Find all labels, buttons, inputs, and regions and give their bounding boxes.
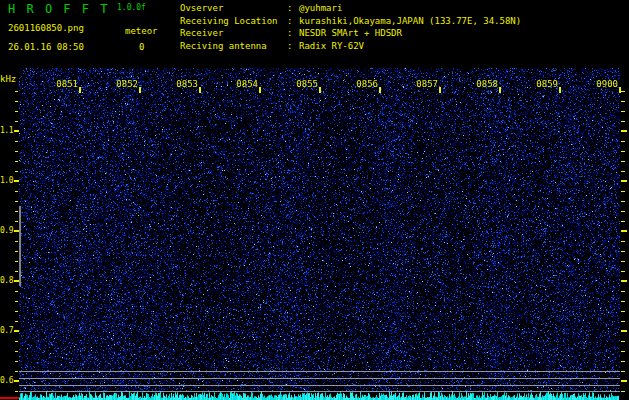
y-axis-minor-tick <box>15 391 19 393</box>
y-axis-unit-label: kHz <box>0 75 16 84</box>
y-axis-minor-tick-r <box>621 271 625 273</box>
y-axis-minor-tick <box>15 191 19 193</box>
y-axis-minor-tick-r <box>621 391 625 393</box>
y-axis-minor-tick-r <box>621 91 625 93</box>
y-axis-minor-tick-r <box>621 101 625 103</box>
y-axis-minor-tick-r <box>621 121 625 123</box>
meteor-count-value: 0 <box>139 43 144 52</box>
x-axis-label: 0851 <box>54 80 78 89</box>
y-axis-minor-tick <box>15 141 19 143</box>
x-axis-label: 0859 <box>534 80 558 89</box>
y-axis-label: 0.7 <box>0 327 12 335</box>
info-value: @yuhmari <box>299 4 342 13</box>
x-axis-label: 0858 <box>474 80 498 89</box>
reference-line <box>19 385 620 386</box>
y-axis-label: 0.8 <box>0 277 12 285</box>
y-axis-minor-tick-r <box>621 191 625 193</box>
meteor-count-label: meteor <box>125 27 158 36</box>
y-axis-label: 0.6 <box>0 377 12 385</box>
x-axis-tick <box>139 87 141 93</box>
reference-line <box>19 391 620 392</box>
y-axis-minor-tick-r <box>621 201 625 203</box>
y-axis-minor-tick <box>15 101 19 103</box>
y-axis-major-tick-r <box>621 330 627 332</box>
spectrogram-canvas <box>19 68 620 400</box>
y-axis-major-tick <box>14 230 19 232</box>
x-axis-tick <box>499 87 501 93</box>
calibration-red-marker <box>0 397 19 400</box>
hrofft-window: H R O F F T 1.0.0f 2601160850.png 26.01.… <box>0 0 629 400</box>
y-axis-minor-tick-r <box>621 341 625 343</box>
y-axis-minor-tick-r <box>621 351 625 353</box>
x-axis-tick <box>259 87 261 93</box>
y-axis-minor-tick-r <box>621 161 625 163</box>
reference-line <box>19 371 620 372</box>
x-axis-label: 0854 <box>234 80 258 89</box>
x-axis-tick <box>199 87 201 93</box>
y-axis-minor-tick-r <box>621 111 625 113</box>
y-axis-minor-tick <box>15 171 19 173</box>
info-value: NESDR SMArt + HDSDR <box>299 29 402 38</box>
y-axis-minor-tick-r <box>621 171 625 173</box>
y-axis-minor-tick-r <box>621 241 625 243</box>
y-axis-minor-tick <box>15 341 19 343</box>
info-label: Reciving antenna <box>180 42 287 51</box>
info-colon: : <box>287 17 299 26</box>
y-axis-major-tick <box>14 280 19 282</box>
y-axis-major-tick-r <box>621 280 627 282</box>
y-axis-major-tick-r <box>621 230 627 232</box>
info-label: Ovserver <box>180 4 287 13</box>
y-axis-minor-tick-r <box>621 311 625 313</box>
info-row-location: Receiving Location : kurashiki,Okayama,J… <box>180 17 521 26</box>
info-label: Receiver <box>180 29 287 38</box>
y-axis-minor-tick <box>15 361 19 363</box>
y-axis-minor-tick-r <box>621 291 625 293</box>
y-axis-label: 0.9 <box>0 227 12 235</box>
info-row-receiver: Receiver : NESDR SMArt + HDSDR <box>180 29 402 38</box>
info-row-observer: Ovserver : @yuhmari <box>180 4 342 13</box>
y-axis-minor-tick-r <box>621 211 625 213</box>
output-filename: 2601160850.png <box>8 24 84 33</box>
info-colon: : <box>287 29 299 38</box>
y-axis-major-tick-r <box>621 180 627 182</box>
x-axis-tick <box>439 87 441 93</box>
y-axis-minor-tick-r <box>621 261 625 263</box>
y-axis-major-tick-r <box>621 380 627 382</box>
info-colon: : <box>287 4 299 13</box>
info-colon: : <box>287 42 299 51</box>
y-axis-minor-tick <box>15 121 19 123</box>
y-axis-minor-tick <box>15 311 19 313</box>
y-axis-minor-tick <box>15 261 19 263</box>
y-axis-minor-tick <box>15 151 19 153</box>
x-axis-label: 0852 <box>114 80 138 89</box>
info-row-antenna: Reciving antenna : Radix RY-62V <box>180 42 364 51</box>
info-label: Receiving Location <box>180 17 287 26</box>
y-axis-minor-tick <box>15 241 19 243</box>
y-axis-minor-tick <box>15 91 19 93</box>
app-version: 1.0.0f <box>117 4 146 12</box>
x-axis-tick <box>79 87 81 93</box>
y-axis-minor-tick <box>15 301 19 303</box>
y-axis-minor-tick <box>15 211 19 213</box>
y-axis-minor-tick-r <box>621 221 625 223</box>
x-axis-label: 0900 <box>594 80 618 89</box>
y-axis-minor-tick-r <box>621 361 625 363</box>
y-axis-minor-tick <box>15 351 19 353</box>
y-axis-major-tick <box>14 130 19 132</box>
x-axis-label: 0856 <box>354 80 378 89</box>
x-axis-label: 0853 <box>174 80 198 89</box>
y-axis-major-tick-r <box>621 130 627 132</box>
y-axis-minor-tick-r <box>621 151 625 153</box>
y-axis-minor-tick-r <box>621 321 625 323</box>
x-axis-label: 0855 <box>294 80 318 89</box>
x-axis-tick <box>559 87 561 93</box>
y-axis-minor-tick <box>15 221 19 223</box>
y-axis-minor-tick <box>15 251 19 253</box>
info-value: Radix RY-62V <box>299 42 364 51</box>
y-axis-label: 1.1 <box>0 127 12 135</box>
y-axis-minor-tick-r <box>621 301 625 303</box>
x-axis-label: 0857 <box>414 80 438 89</box>
info-value: kurashiki,Okayama,JAPAN (133.77E, 34.58N… <box>299 17 521 26</box>
y-axis-minor-tick <box>15 321 19 323</box>
x-axis-tick <box>379 87 381 93</box>
